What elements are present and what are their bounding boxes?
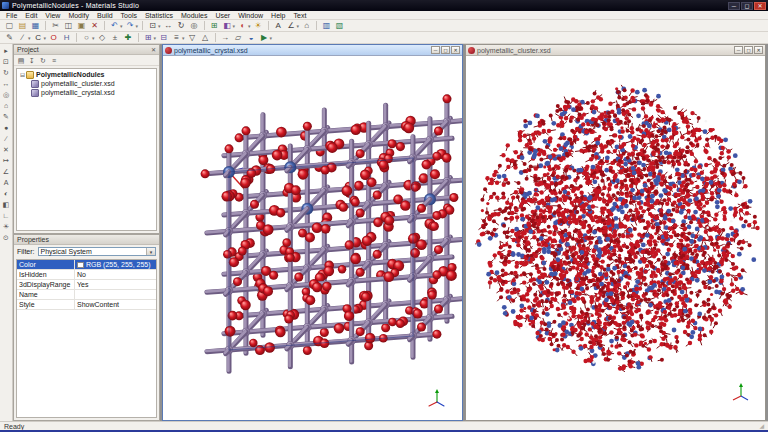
element-carbon-icon[interactable]: C (33, 33, 44, 43)
display-style-dropdown-arrow[interactable]: ▾ (233, 23, 236, 29)
title-bar[interactable]: PolymetallicNodules - Materials Studio ─… (0, 0, 768, 11)
adjust-hydrogen-icon[interactable]: ± (110, 33, 121, 43)
label-tool-icon[interactable]: A (1, 178, 11, 188)
tables-icon[interactable]: ▥ (321, 21, 332, 31)
lights-tool-icon[interactable]: ☀ (1, 222, 11, 232)
doc2-close-button[interactable]: ✕ (754, 46, 763, 54)
filter-dropdown[interactable]: Physical System ▾ (38, 247, 157, 256)
tree-item[interactable]: polymetallic_cluster.xsd (19, 79, 156, 88)
recenter-view-icon[interactable]: ⌂ (1, 101, 11, 111)
translate3d-icon[interactable]: ↔ (1, 79, 11, 89)
color-by-icon[interactable]: ◐ (237, 21, 248, 31)
lighting-icon[interactable]: ☀ (253, 21, 264, 31)
chart-icon[interactable]: ▧ (334, 21, 345, 31)
property-row[interactable]: 3dDisplayRangeYes (17, 280, 156, 290)
menu-tools[interactable]: Tools (117, 12, 141, 19)
menu-modules[interactable]: Modules (177, 12, 211, 19)
doc2-title-bar[interactable]: polymetallic_cluster.xsd ─ ◻ ✕ (466, 45, 765, 56)
recenter-icon[interactable]: ⌂ (301, 21, 312, 31)
menu-user[interactable]: User (211, 12, 234, 19)
menu-edit[interactable]: Edit (21, 12, 41, 19)
isosurface-icon[interactable]: ◒ (246, 33, 257, 43)
doc1-close-button[interactable]: ✕ (451, 46, 460, 54)
project-panel-close-icon[interactable]: ✕ (151, 47, 156, 53)
planes-icon[interactable]: ▱ (233, 33, 244, 43)
measure-angle-icon[interactable]: ∠ (1, 167, 11, 177)
color-by-dropdown-arrow[interactable]: ▾ (248, 23, 251, 29)
display-style-icon[interactable]: ◧ (222, 21, 233, 31)
build-crystal-icon[interactable]: ⊞ (143, 33, 154, 43)
measure-icon[interactable]: ∠ (286, 21, 297, 31)
property-row[interactable]: ColorRGB (255, 255, 255) (17, 260, 156, 270)
crystal-3d-viewport[interactable] (163, 56, 462, 420)
build-crystal-dropdown-arrow[interactable]: ▾ (154, 35, 157, 41)
measure-distance-icon[interactable]: ↦ (1, 156, 11, 166)
atom-tool-icon[interactable]: ● (1, 123, 11, 133)
surface-icon[interactable]: ▽ (187, 33, 198, 43)
cluster-3d-viewport[interactable] (466, 56, 765, 420)
menu-file[interactable]: File (2, 12, 21, 19)
properties-panel-header[interactable]: Properties (14, 235, 159, 245)
ring-sketcher-icon[interactable]: ○ (81, 33, 92, 43)
doc1-restore-button[interactable]: ◻ (441, 46, 450, 54)
project-new-folder-icon[interactable]: ▤ (16, 56, 26, 65)
doc2-restore-button[interactable]: ◻ (744, 46, 753, 54)
sketch-tool-icon[interactable]: ✎ (1, 112, 11, 122)
rotate3d-icon[interactable]: ↻ (1, 68, 11, 78)
undo-icon[interactable]: ↶ (109, 21, 120, 31)
clean-structure-icon[interactable]: ✚ (123, 33, 134, 43)
element-hydrogen-icon[interactable]: H (61, 33, 72, 43)
redo-dropdown-arrow[interactable]: ▾ (136, 23, 139, 29)
ring-sketcher-dropdown-arrow[interactable]: ▾ (92, 35, 95, 41)
tree-item[interactable]: polymetallic_crystal.xsd (19, 88, 156, 97)
menu-statistics[interactable]: Statistics (141, 12, 177, 19)
project-view-mode-icon[interactable]: ≡ (49, 56, 59, 65)
label-icon[interactable]: A (273, 21, 284, 31)
project-refresh-icon[interactable]: ↻ (38, 56, 48, 65)
fit-view-icon[interactable]: ⊞ (209, 21, 220, 31)
color-tool-icon[interactable]: ◐ (1, 189, 11, 199)
translate-view-icon[interactable]: ↔ (163, 21, 174, 31)
property-row[interactable]: IsHiddenNo (17, 270, 156, 280)
tree-root[interactable]: ⊟ PolymetallicNodules (19, 70, 156, 79)
sketch-atom-icon[interactable]: ✎ (4, 33, 15, 43)
camera-tool-icon[interactable]: ⊙ (1, 233, 11, 243)
save-icon[interactable]: ▦ (30, 21, 41, 31)
sketch-bond-icon[interactable]: ∕ (17, 33, 28, 43)
zoom-view-icon[interactable]: ◎ (189, 21, 200, 31)
selection-mode-icon[interactable]: ⊡ (147, 21, 158, 31)
zoom3d-icon[interactable]: ◎ (1, 90, 11, 100)
minimize-button[interactable]: ─ (728, 2, 740, 10)
tree-collapse-icon[interactable]: ⊟ (19, 71, 26, 78)
supercell-icon[interactable]: ⊟ (158, 33, 169, 43)
close-button[interactable]: ✕ (754, 2, 766, 10)
maximize-button[interactable]: ◻ (741, 2, 753, 10)
style-tool-icon[interactable]: ◧ (1, 200, 11, 210)
select-cursor-icon[interactable]: ▸ (1, 46, 11, 56)
open-icon[interactable]: ▤ (17, 21, 28, 31)
symmetry-icon[interactable]: ≡ (171, 33, 182, 43)
doc1-title-bar[interactable]: polymetallic_crystal.xsd ─ ◻ ✕ (163, 45, 462, 56)
project-panel-header[interactable]: Project ✕ (14, 45, 159, 55)
resize-grip[interactable]: ◢ (759, 423, 764, 429)
rect-select-icon[interactable]: ⊡ (1, 57, 11, 67)
menu-modify[interactable]: Modify (64, 12, 93, 19)
polyhedra-icon[interactable]: △ (200, 33, 211, 43)
delete-icon[interactable]: ✕ (89, 21, 100, 31)
fragment-icon[interactable]: ◇ (97, 33, 108, 43)
selection-mode-dropdown-arrow[interactable]: ▾ (158, 23, 161, 29)
doc1-minimize-button[interactable]: ─ (431, 46, 440, 54)
axes-tool-icon[interactable]: ∟ (1, 211, 11, 221)
menu-build[interactable]: Build (93, 12, 117, 19)
menu-window[interactable]: Window (234, 12, 267, 19)
element-carbon-dropdown-arrow[interactable]: ▾ (44, 35, 47, 41)
menu-text[interactable]: Text (290, 12, 311, 19)
new-document-icon[interactable]: ▢ (4, 21, 15, 31)
rotate-view-icon[interactable]: ↻ (176, 21, 187, 31)
doc2-minimize-button[interactable]: ─ (734, 46, 743, 54)
property-row[interactable]: Name (17, 290, 156, 300)
project-import-icon[interactable]: ↧ (27, 56, 37, 65)
erase-tool-icon[interactable]: ✕ (1, 145, 11, 155)
animation-icon[interactable]: ▶ (259, 33, 270, 43)
vectors-icon[interactable]: → (220, 33, 231, 43)
